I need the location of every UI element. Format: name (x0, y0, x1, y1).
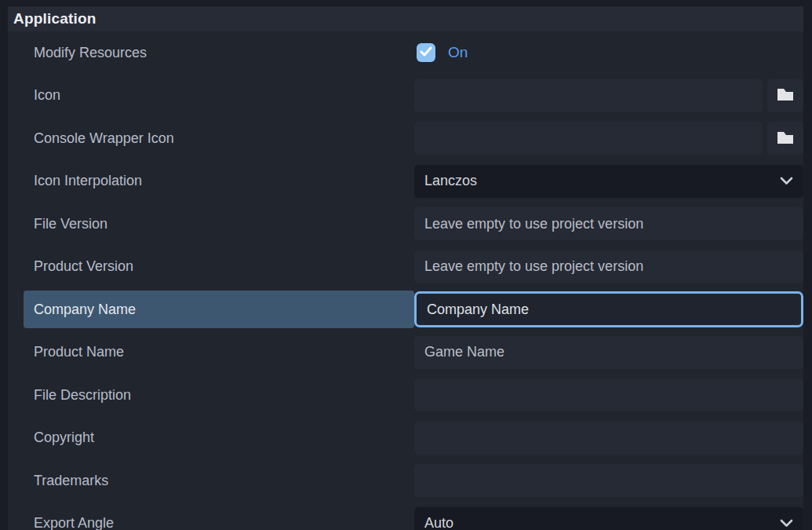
row-label: Icon Interpolation (8, 173, 414, 189)
row-label: Product Name (8, 344, 414, 360)
row-label: Product Version (8, 258, 414, 275)
product-version-input[interactable] (414, 250, 803, 283)
row-label: Console Wrapper Icon (8, 130, 414, 147)
export-settings-panel: Application Modify Resources On Icon (8, 0, 803, 530)
folder-icon (777, 87, 794, 104)
copyright-input[interactable] (414, 422, 803, 455)
row-label: Modify Resources (8, 45, 414, 61)
row-label-selected: Company Name (24, 291, 414, 328)
row-label: File Version (8, 216, 414, 232)
trademarks-input[interactable] (414, 464, 803, 497)
settings-rows: Modify Resources On Icon (8, 31, 803, 530)
file-description-input[interactable] (414, 378, 803, 411)
dropdown-selected-value: Lanczos (424, 173, 477, 189)
row-console-wrapper-icon: Console Wrapper Icon (8, 117, 803, 160)
icon-interpolation-dropdown[interactable]: Lanczos (414, 165, 803, 198)
row-product-version: Product Version (8, 246, 803, 289)
chevron-down-icon (780, 519, 793, 528)
icon-path-input[interactable] (414, 79, 763, 112)
row-icon: Icon (8, 75, 803, 118)
row-product-name: Product Name (8, 331, 803, 375)
row-file-version: File Version (8, 203, 803, 246)
export-angle-dropdown[interactable]: Auto (414, 507, 803, 530)
checkbox-state-label: On (448, 44, 468, 61)
row-company-name: Company Name (8, 288, 803, 331)
row-label: Icon (8, 87, 414, 104)
row-trademarks: Trademarks (8, 459, 803, 503)
row-file-description: File Description (8, 374, 803, 417)
row-modify-resources: Modify Resources On (8, 31, 803, 75)
dropdown-selected-value: Auto (424, 515, 453, 530)
company-name-input[interactable] (414, 291, 803, 327)
section-title: Application (13, 10, 96, 27)
section-header-application: Application (8, 6, 803, 31)
row-label: Trademarks (8, 473, 414, 489)
check-icon (420, 46, 432, 60)
product-name-input[interactable] (414, 336, 803, 369)
console-wrapper-icon-browse-button[interactable] (767, 122, 803, 155)
modify-resources-checkbox[interactable] (417, 43, 435, 62)
row-icon-interpolation: Icon Interpolation Lanczos (8, 160, 803, 203)
row-export-angle: Export Angle Auto (8, 503, 803, 530)
row-label: File Description (8, 387, 414, 404)
icon-browse-button[interactable] (767, 79, 803, 112)
row-copyright: Copyright (8, 417, 803, 460)
file-version-input[interactable] (414, 207, 803, 240)
row-label: Export Angle (8, 515, 414, 530)
console-wrapper-icon-path-input[interactable] (414, 122, 763, 155)
row-label: Copyright (8, 429, 414, 446)
folder-icon (777, 130, 794, 147)
chevron-down-icon (780, 177, 793, 185)
